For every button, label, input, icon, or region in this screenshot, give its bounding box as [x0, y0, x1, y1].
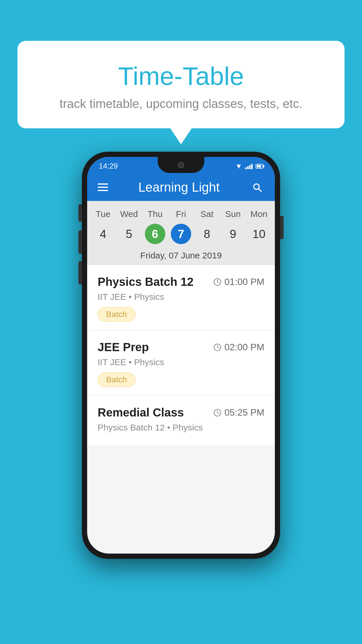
volume-mute-button — [78, 204, 82, 222]
clock-icon — [213, 278, 222, 286]
bubble-title: Time-Table — [35, 61, 327, 91]
phone-notch — [158, 157, 204, 173]
status-icons: ▼ — [235, 162, 263, 170]
day-headers: Tue Wed Thu Fri Sat Sun Mon — [87, 207, 275, 221]
volume-down-button — [78, 261, 82, 284]
day-numbers: 4 5 6 7 8 9 10 — [87, 221, 275, 246]
schedule-item-3-title: Remedial Class — [98, 406, 184, 419]
date-7-selected[interactable]: 7 — [171, 224, 191, 244]
schedule-item-1-time: 01:00 PM — [213, 276, 264, 287]
status-time: 14:29 — [99, 162, 118, 171]
svg-line-1 — [259, 189, 261, 191]
menu-button[interactable] — [98, 183, 108, 191]
date-9[interactable]: 9 — [223, 224, 243, 244]
speech-bubble-container: Time-Table track timetable, upcoming cla… — [17, 41, 345, 128]
batch-badge-1: Batch — [98, 307, 136, 322]
calendar-strip: Tue Wed Thu Fri Sat Sun Mon 4 5 6 7 8 — [87, 201, 275, 265]
schedule-item-1-header: Physics Batch 12 01:00 PM — [98, 275, 264, 288]
schedule-item-1[interactable]: Physics Batch 12 01:00 PM IIT JEE • Phys… — [87, 265, 275, 330]
wifi-icon: ▼ — [235, 162, 242, 170]
date-8[interactable]: 8 — [197, 224, 217, 244]
schedule-item-3-subtitle: Physics Batch 12 • Physics — [98, 423, 264, 433]
schedule-item-2-header: JEE Prep 02:00 PM — [98, 341, 264, 354]
schedule-item-1-title: Physics Batch 12 — [98, 275, 194, 288]
selected-date-label: Friday, 07 June 2019 — [87, 246, 275, 265]
date-4[interactable]: 4 — [93, 224, 113, 244]
schedule-item-2[interactable]: JEE Prep 02:00 PM IIT JEE • Physics Batc… — [87, 330, 275, 396]
date-6-today[interactable]: 6 — [145, 224, 165, 244]
clock-icon-2 — [213, 343, 222, 351]
day-header-fri: Fri — [168, 207, 194, 221]
date-5[interactable]: 5 — [119, 224, 139, 244]
battery-icon — [256, 164, 263, 169]
schedule-item-3[interactable]: Remedial Class 05:25 PM Physics Batch 12… — [87, 396, 275, 446]
search-button[interactable] — [250, 180, 264, 195]
schedule-item-2-title: JEE Prep — [98, 341, 149, 354]
phone-body: 14:29 ▼ — [82, 152, 280, 559]
schedule-item-3-time: 05:25 PM — [213, 407, 264, 418]
app-bar: Learning Light — [87, 174, 275, 201]
signal-icon — [245, 163, 253, 169]
bubble-subtitle: track timetable, upcoming classes, tests… — [35, 97, 327, 111]
date-10[interactable]: 10 — [249, 224, 269, 244]
schedule-item-2-time: 02:00 PM — [213, 342, 264, 353]
speech-bubble: Time-Table track timetable, upcoming cla… — [17, 41, 345, 128]
day-header-thu: Thu — [142, 207, 168, 221]
phone-screen: 14:29 ▼ — [87, 157, 275, 554]
power-button — [280, 216, 284, 239]
schedule-item-1-subtitle: IIT JEE • Physics — [98, 292, 264, 302]
schedule-list: Physics Batch 12 01:00 PM IIT JEE • Phys… — [87, 265, 275, 446]
schedule-item-3-header: Remedial Class 05:25 PM — [98, 406, 264, 419]
volume-up-button — [78, 230, 82, 254]
day-header-sat: Sat — [194, 207, 220, 221]
schedule-item-2-subtitle: IIT JEE • Physics — [98, 357, 264, 367]
day-header-sun: Sun — [220, 207, 246, 221]
clock-icon-3 — [213, 409, 222, 417]
day-header-wed: Wed — [116, 207, 142, 221]
day-header-tue: Tue — [90, 207, 116, 221]
app-bar-title: Learning Light — [138, 180, 220, 195]
front-camera — [178, 162, 184, 168]
phone-mockup: 14:29 ▼ — [82, 152, 280, 559]
batch-badge-2: Batch — [98, 372, 136, 387]
day-header-mon: Mon — [246, 207, 272, 221]
